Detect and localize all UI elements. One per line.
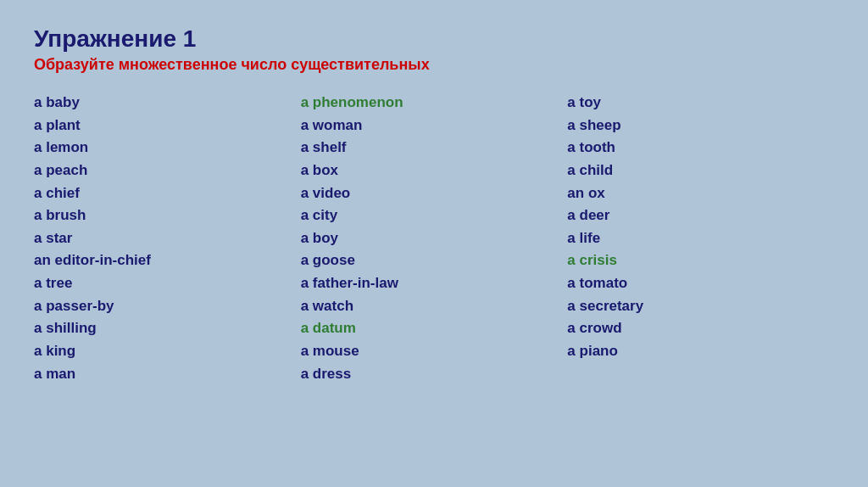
- word-item: a box: [301, 160, 568, 182]
- word-columns: a babya planta lemona peacha chiefa brus…: [34, 92, 834, 384]
- word-item: a watch: [301, 296, 568, 317]
- column-2: a phenomenon a womana shelfa boxa videoa…: [301, 92, 568, 384]
- word-item: a piano: [567, 341, 834, 362]
- word-item: a chief: [34, 183, 301, 204]
- word-item: a goose: [301, 250, 568, 271]
- word-item: a city: [301, 205, 568, 227]
- word-item: a sheep: [567, 115, 834, 137]
- word-item: a brush: [34, 205, 301, 227]
- word-item: a woman: [301, 115, 568, 137]
- word-item: a king: [34, 341, 301, 362]
- word-item: a baby: [34, 92, 301, 114]
- word-item: a plant: [34, 115, 301, 137]
- word-item: a deer: [567, 205, 834, 227]
- word-item: a phenomenon: [301, 92, 568, 114]
- word-item: a video: [301, 183, 568, 204]
- word-item: a boy: [301, 228, 568, 249]
- word-item: a star: [34, 228, 301, 249]
- word-item: a child: [567, 160, 834, 182]
- page-subtitle: Образуйте множественное число существите…: [34, 56, 834, 74]
- word-item: a dress: [301, 364, 568, 385]
- word-item: a datum: [301, 318, 568, 339]
- word-item: a lemon: [34, 137, 301, 159]
- word-item: a mouse: [301, 341, 568, 362]
- column-3: a toya sheepa tootha childan oxa deera l…: [567, 92, 834, 384]
- word-item: a tree: [34, 273, 301, 294]
- page-container: Упражнение 1 Образуйте множественное чис…: [34, 25, 834, 384]
- word-item: a crisis: [567, 250, 834, 271]
- word-item: a man: [34, 364, 301, 385]
- column-1: a babya planta lemona peacha chiefa brus…: [34, 92, 301, 384]
- page-title: Упражнение 1: [34, 25, 834, 53]
- word-item: an editor-in-chief: [34, 250, 301, 271]
- word-item: a secretary: [567, 296, 834, 317]
- word-item: a peach: [34, 160, 301, 182]
- word-item: an ox: [567, 183, 834, 204]
- word-item: a shelf: [301, 137, 568, 159]
- word-item: a life: [567, 228, 834, 249]
- word-item: a passer-by: [34, 296, 301, 317]
- word-item: a tomato: [567, 273, 834, 294]
- word-item: a tooth: [567, 137, 834, 159]
- word-item: a father-in-law: [301, 273, 568, 294]
- word-item: a shilling: [34, 318, 301, 339]
- word-item: a crowd: [567, 318, 834, 339]
- word-item: a toy: [567, 92, 834, 114]
